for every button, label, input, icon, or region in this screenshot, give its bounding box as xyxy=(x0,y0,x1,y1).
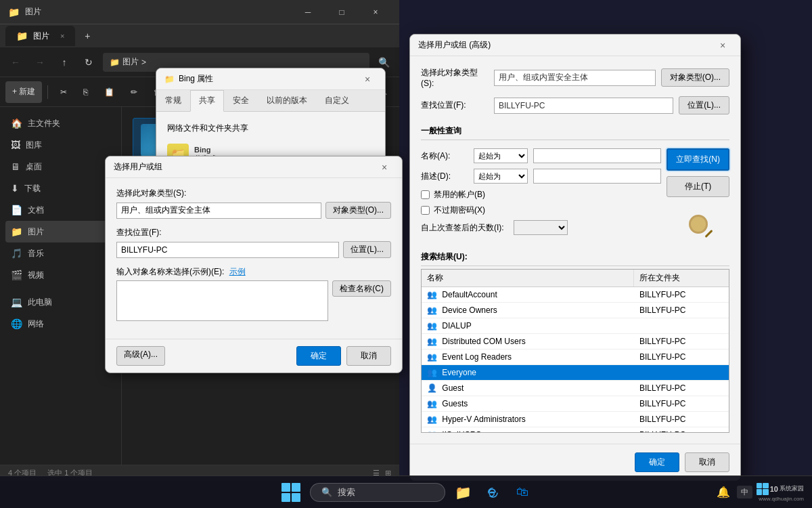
user-icon-5: 👥 xyxy=(427,368,437,377)
start-button[interactable] xyxy=(277,479,304,506)
results-section: 搜索结果(U): 名称 所在文件夹 👥 DefaultAccount BILLY… xyxy=(421,249,729,433)
name-query-select[interactable]: 起始为 xyxy=(474,148,528,163)
tab-security[interactable]: 安全 xyxy=(224,90,258,111)
adv-obj-type-value: 用户、组或内置安全主体 xyxy=(494,70,656,86)
sidebar-item-computer[interactable]: 💻 此电脑 xyxy=(5,291,116,313)
adv-location-value[interactable]: BILLYFU-PC xyxy=(494,98,673,114)
location-group: 查找位置(F): BILLYFU-PC 位置(L)... xyxy=(116,227,391,258)
taskbar-edge[interactable] xyxy=(480,480,505,505)
name-query-input[interactable] xyxy=(533,148,661,163)
days-label: 自上次查签后的天数(I): xyxy=(421,222,504,234)
cancel-button[interactable]: 取消 xyxy=(346,346,391,366)
select-user-close[interactable]: × xyxy=(375,158,394,177)
adv-location-button[interactable]: 位置(L)... xyxy=(679,96,729,114)
sidebar-item-documents[interactable]: 📄 文档 xyxy=(5,199,116,221)
obj-type-group: 选择此对象类型(S): 用户、组或内置安全主体 对象类型(O)... xyxy=(116,188,391,219)
sidebar-videos-label: 视频 xyxy=(28,270,44,281)
days-select[interactable] xyxy=(514,220,568,235)
cut-button[interactable]: ✂ xyxy=(53,81,74,103)
forward-button[interactable]: → xyxy=(30,52,50,72)
explorer-tab[interactable]: 📁 图片 × xyxy=(5,26,75,46)
check-names-button[interactable]: 检查名称(C) xyxy=(332,280,391,297)
desc-query-input[interactable] xyxy=(533,169,661,184)
sidebar-pictures-label: 图片 xyxy=(28,226,44,238)
taskbar-search-label: 搜索 xyxy=(338,486,355,499)
sidebar-item-desktop[interactable]: 🖥 桌面 xyxy=(5,156,116,177)
adv-ok-button[interactable]: 确定 xyxy=(635,452,679,472)
bing-dialog-close[interactable]: × xyxy=(358,70,377,89)
new-button[interactable]: + 新建 xyxy=(5,81,42,103)
result-row-8[interactable]: 👥 Hyper-V Administrators BILLYFU-PC xyxy=(422,412,729,427)
adv-close[interactable]: × xyxy=(713,36,732,55)
location-button[interactable]: 位置(L)... xyxy=(343,241,391,258)
advanced-button[interactable]: 高级(A)... xyxy=(116,346,165,366)
copy-button[interactable]: ⎘ xyxy=(76,81,95,103)
new-tab-button[interactable]: + xyxy=(78,26,97,46)
minimize-button[interactable]: ─ xyxy=(292,0,323,24)
tab-customize[interactable]: 自定义 xyxy=(316,90,358,111)
taskbar-store[interactable]: 🛍 xyxy=(510,480,535,505)
name-textarea[interactable] xyxy=(116,280,328,321)
select-user-title: 选择用户或组 xyxy=(114,161,375,173)
tab-previous[interactable]: 以前的版本 xyxy=(258,90,316,111)
search-decoration xyxy=(682,208,715,240)
result-loc-1: BILLYFU-PC xyxy=(634,303,729,318)
sidebar-item-downloads[interactable]: ⬇ 下载 xyxy=(5,177,116,199)
location-input[interactable]: BILLYFU-PC xyxy=(116,242,339,258)
taskbar-file-explorer[interactable]: 📁 xyxy=(451,480,475,505)
result-row-6[interactable]: 👤 Guest BILLYFU-PC xyxy=(422,381,729,396)
result-row-2[interactable]: 👥 DIALUP xyxy=(422,318,729,334)
result-row-1[interactable]: 👥 Device Owners BILLYFU-PC xyxy=(422,303,729,318)
ok-button[interactable]: 确定 xyxy=(296,346,341,366)
enter-name-label: 输入对象名称来选择(示例)(E): 示例 xyxy=(116,266,391,278)
rename-button[interactable]: ✏ xyxy=(124,81,144,103)
sidebar-item-videos[interactable]: 🎬 视频 xyxy=(5,264,116,286)
refresh-button[interactable]: ↻ xyxy=(78,52,99,72)
adv-obj-type-button[interactable]: 对象类型(O)... xyxy=(661,68,729,87)
result-name-0: 👥 DefaultAccount xyxy=(422,287,634,302)
example-link[interactable]: 示例 xyxy=(229,267,246,276)
tab-general[interactable]: 常规 xyxy=(156,90,190,111)
sidebar-item-music[interactable]: 🎵 音乐 xyxy=(5,242,116,264)
result-row-7[interactable]: 👥 Guests BILLYFU-PC xyxy=(422,396,729,412)
desktop-icon: 🖥 xyxy=(11,161,20,172)
close-button[interactable]: × xyxy=(360,0,391,24)
result-row-0[interactable]: 👥 DefaultAccount BILLYFU-PC xyxy=(422,287,729,303)
sidebar-item-pictures[interactable]: 📁 图片 xyxy=(5,221,116,242)
obj-type-button[interactable]: 对象类型(O)... xyxy=(325,202,391,219)
result-row-5[interactable]: 👥 Everyone xyxy=(422,365,729,381)
path-sep: > xyxy=(141,58,146,67)
tab-share[interactable]: 共享 xyxy=(190,90,224,112)
sidebar-item-home[interactable]: 🏠 主文件夹 xyxy=(5,112,116,134)
tab-close-icon[interactable]: × xyxy=(60,32,64,40)
sidebar-item-gallery[interactable]: 🖼 图库 xyxy=(5,134,116,156)
maximize-button[interactable]: □ xyxy=(326,0,357,24)
result-name-5: 👥 Everyone xyxy=(422,365,634,380)
result-row-9[interactable]: 👥 IIS_IUSRS BILLYFU-PC xyxy=(422,427,729,433)
back-button[interactable]: ← xyxy=(5,52,26,72)
find-now-button[interactable]: 立即查找(N) xyxy=(667,148,729,171)
result-name-6: 👤 Guest xyxy=(422,381,634,396)
stop-button[interactable]: 停止(T) xyxy=(667,176,729,197)
paste-button[interactable]: 📋 xyxy=(97,81,121,103)
path-text: 图片 xyxy=(122,56,139,68)
ime-button[interactable]: 中 xyxy=(737,486,752,499)
sidebar-item-network[interactable]: 🌐 网络 xyxy=(5,313,116,335)
result-name-9: 👥 IIS_IUSRS xyxy=(422,427,634,433)
result-row-3[interactable]: 👥 Distributed COM Users BILLYFU-PC xyxy=(422,334,729,350)
result-row-4[interactable]: 👥 Event Log Readers BILLYFU-PC xyxy=(422,350,729,365)
query-fields: 名称(A): 起始为 描述(D): 起始为 禁用的 xyxy=(421,148,661,235)
find-buttons-area: 立即查找(N) 停止(T) xyxy=(667,148,729,240)
desc-query-label: 描述(D): xyxy=(421,171,468,182)
taskbar-search[interactable]: 🔍 搜索 xyxy=(310,483,445,502)
taskbar-center: 🔍 搜索 📁 🛍 xyxy=(277,479,535,506)
no-expiry-checkbox[interactable] xyxy=(421,206,430,215)
explorer-title: 图片 xyxy=(25,6,41,18)
result-loc-6: BILLYFU-PC xyxy=(634,381,729,396)
up-button[interactable]: ↑ xyxy=(54,52,74,72)
adv-location-row: 查找位置(F): BILLYFU-PC 位置(L)... xyxy=(421,96,729,114)
select-user-body: 选择此对象类型(S): 用户、组或内置安全主体 对象类型(O)... 查找位置(… xyxy=(106,178,402,339)
desc-query-select[interactable]: 起始为 xyxy=(474,169,528,184)
disabled-accounts-checkbox[interactable] xyxy=(421,190,430,199)
adv-cancel-button[interactable]: 取消 xyxy=(685,452,729,472)
